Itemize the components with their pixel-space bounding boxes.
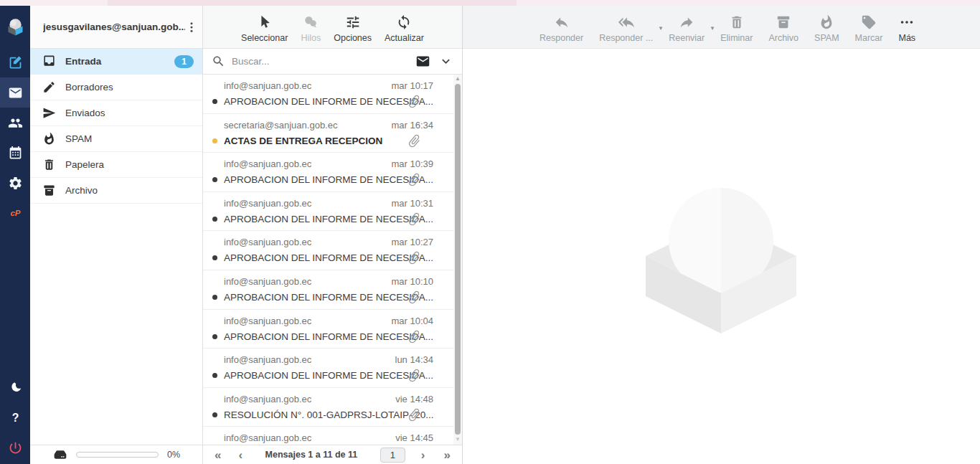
- contacts-nav[interactable]: [0, 108, 30, 138]
- refresh-button[interactable]: Actualizar: [378, 14, 430, 43]
- mail-nav[interactable]: [0, 77, 30, 108]
- message-row[interactable]: info@sanjuan.gob.ec lun 14:34 APROBACION…: [203, 349, 462, 388]
- folder-label: SPAM: [65, 133, 92, 144]
- message-sender: info@sanjuan.gob.ec: [224, 237, 311, 247]
- message-sender: info@sanjuan.gob.ec: [224, 276, 311, 287]
- list-scrollbar[interactable]: ▲ ▼: [453, 75, 462, 445]
- current-page-input[interactable]: 1: [380, 448, 405, 463]
- dark-mode-toggle[interactable]: [0, 372, 30, 402]
- message-subject-line: APROBACION DEL INFORME DE NECESIDA...: [212, 214, 433, 224]
- message-row[interactable]: info@sanjuan.gob.ec mar 10:31 APROBACION…: [203, 192, 462, 232]
- folders-column: jesusgavilanes@sanjuan.gob.... Entrada 1…: [30, 6, 203, 464]
- message-subject-line: APROBACION DEL INFORME DE NECESIDA...: [212, 331, 433, 342]
- storage-icon: [53, 448, 67, 462]
- options-button[interactable]: Opciones: [327, 14, 378, 43]
- logout-button[interactable]: [0, 432, 30, 463]
- read-status-dot[interactable]: [212, 295, 217, 300]
- search-options-chevron-icon[interactable]: [438, 54, 453, 69]
- first-page-button[interactable]: «: [215, 449, 221, 461]
- toolbar-label: Hilos: [301, 33, 321, 43]
- message-row[interactable]: info@sanjuan.gob.ec mar 10:17 APROBACION…: [203, 75, 462, 114]
- search-scope-envelope-icon[interactable]: [415, 54, 430, 69]
- search-bar: [203, 49, 462, 75]
- message-row[interactable]: info@sanjuan.gob.ec vie 14:45: [203, 427, 462, 445]
- rail-icon: [8, 55, 23, 70]
- toolbar-label: Eliminar: [720, 33, 753, 43]
- message-subject-line: APROBACION DEL INFORME DE NECESIDA...: [212, 174, 433, 185]
- folder-label: Papelera: [65, 159, 104, 170]
- folder-borradores[interactable]: Borradores: [30, 75, 202, 100]
- next-page-button[interactable]: ›: [421, 449, 425, 461]
- message-list: info@sanjuan.gob.ec mar 10:17 APROBACION…: [203, 75, 462, 445]
- account-menu-button[interactable]: [185, 19, 198, 35]
- compose-button[interactable]: [0, 47, 30, 77]
- folder-list: Entrada 1 Borradores Enviados: [30, 49, 202, 445]
- cpanel-nav[interactable]: [0, 198, 30, 228]
- rail-icon: [8, 410, 23, 425]
- scroll-down-arrow-icon[interactable]: ▼: [455, 436, 461, 443]
- message-time: mar 10:04: [391, 316, 433, 326]
- read-status-dot[interactable]: [212, 217, 217, 222]
- toolbar-icon: [345, 14, 361, 30]
- help-button[interactable]: [0, 402, 30, 432]
- folder-papelera[interactable]: Papelera: [30, 152, 202, 178]
- folder-icon: [42, 132, 56, 146]
- spam-button[interactable]: SPAM: [806, 14, 847, 43]
- read-status-dot[interactable]: [212, 412, 217, 417]
- read-status-dot[interactable]: [212, 138, 217, 143]
- reply-all-button[interactable]: Responder ... ▾: [591, 14, 661, 43]
- paperclip-icon: [404, 404, 425, 425]
- message-meta: secretaria@sanjuan.gob.ec mar 16:34: [212, 120, 433, 131]
- paperclip-icon: [404, 365, 425, 387]
- reply-button[interactable]: Responder: [532, 14, 591, 43]
- folder-icon: [42, 158, 56, 171]
- search-input[interactable]: [232, 56, 409, 67]
- folder-icon: [42, 80, 56, 94]
- scrollbar-thumb[interactable]: [455, 84, 461, 435]
- message-row[interactable]: info@sanjuan.gob.ec mar 10:39 APROBACION…: [203, 153, 462, 192]
- read-status-dot[interactable]: [212, 255, 217, 260]
- read-status-dot[interactable]: [212, 373, 217, 378]
- paperclip-icon: [404, 208, 425, 229]
- toolbar-icon: [257, 14, 273, 30]
- folder-archivo[interactable]: Archivo: [30, 178, 202, 204]
- scroll-up-arrow-icon[interactable]: ▲: [455, 75, 461, 82]
- archive-button[interactable]: Archivo: [760, 14, 806, 43]
- toolbar-icon: [776, 14, 791, 30]
- more-button[interactable]: Más: [890, 14, 923, 43]
- folder-label: Archivo: [65, 185, 98, 196]
- folder-enviados[interactable]: Enviados: [30, 100, 202, 126]
- folder-label: Borradores: [65, 82, 113, 93]
- folder-entrada[interactable]: Entrada 1: [30, 49, 202, 75]
- paperclip-icon: [404, 169, 425, 191]
- pagination-bar: « ‹ Mensajes 1 a 11 de 11 1 › »: [203, 445, 462, 464]
- read-status-dot[interactable]: [212, 99, 217, 104]
- toolbar-icon: [618, 14, 634, 30]
- message-row[interactable]: info@sanjuan.gob.ec mar 10:27 APROBACION…: [203, 231, 462, 270]
- delete-button[interactable]: Eliminar: [712, 14, 760, 43]
- message-row[interactable]: secretaria@sanjuan.gob.ec mar 16:34 ACTA…: [203, 114, 462, 153]
- logo-cube-icon: [6, 17, 25, 37]
- paperclip-icon: [404, 247, 425, 269]
- message-sender: info@sanjuan.gob.ec: [224, 354, 311, 365]
- message-row[interactable]: info@sanjuan.gob.ec mar 10:10 APROBACION…: [203, 270, 462, 310]
- folder-label: Entrada: [65, 56, 101, 67]
- mark-button[interactable]: Marcar: [847, 14, 891, 43]
- last-page-button[interactable]: »: [444, 449, 451, 461]
- paperclip-icon: [404, 130, 425, 151]
- forward-button[interactable]: Reenviar ▾: [661, 14, 712, 43]
- threads-button[interactable]: Hilos: [294, 14, 327, 43]
- message-subject: APROBACION DEL INFORME DE NECESIDA...: [224, 331, 433, 342]
- calendar-nav[interactable]: [0, 138, 30, 168]
- message-row[interactable]: info@sanjuan.gob.ec mar 10:04 APROBACION…: [203, 310, 462, 349]
- folder-spam[interactable]: SPAM: [30, 126, 202, 152]
- read-status-dot[interactable]: [212, 334, 217, 339]
- settings-nav[interactable]: [0, 168, 30, 198]
- read-status-dot[interactable]: [212, 177, 217, 182]
- message-row[interactable]: info@sanjuan.gob.ec vie 14:48 RESOLUCIÓN…: [203, 388, 462, 427]
- message-subject: APROBACION DEL INFORME DE NECESIDA...: [224, 214, 433, 224]
- select-button[interactable]: Seleccionar: [235, 14, 294, 43]
- toolbar-label: Responder ...: [599, 33, 653, 43]
- paperclip-icon: [404, 287, 425, 308]
- toolbar-icon: [819, 14, 834, 30]
